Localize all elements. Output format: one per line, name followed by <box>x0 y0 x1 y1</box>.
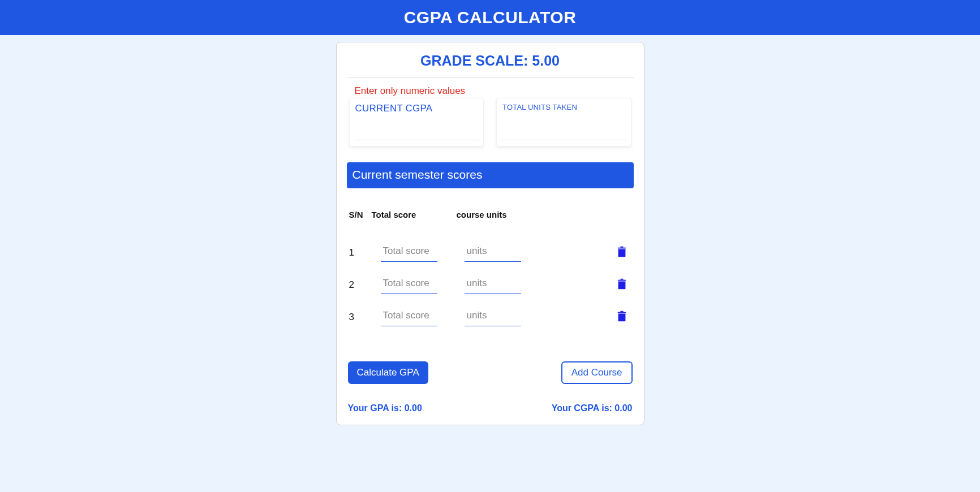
column-sn: S/N <box>349 210 372 219</box>
column-units: course units <box>457 210 541 219</box>
svg-rect-4 <box>617 279 626 280</box>
add-course-button[interactable]: Add Course <box>561 361 633 384</box>
row-score-cell <box>372 275 451 294</box>
app-title: CGPA CALCULATOR <box>0 8 980 27</box>
trash-icon <box>616 245 628 258</box>
current-cgpa-field[interactable]: CURRENT CGPA <box>349 98 484 146</box>
svg-rect-7 <box>617 312 626 313</box>
divider <box>347 77 634 77</box>
row-units-cell <box>455 275 535 294</box>
table-row: 3 <box>347 301 634 333</box>
action-bar: Calculate GPA Add Course <box>347 361 634 384</box>
row-score-cell <box>372 243 451 262</box>
table-row: 2 <box>347 269 634 301</box>
row-score-input[interactable] <box>381 308 437 326</box>
validation-warning: Enter only numeric values <box>347 85 634 97</box>
current-cgpa-input[interactable] <box>355 120 478 130</box>
svg-rect-0 <box>618 249 625 257</box>
trash-icon <box>616 310 628 322</box>
calculate-button[interactable]: Calculate GPA <box>348 361 428 384</box>
svg-rect-1 <box>617 247 626 248</box>
total-units-input[interactable] <box>502 117 625 127</box>
column-score: Total score <box>372 210 457 219</box>
table-row: 1 <box>347 236 634 269</box>
cgpa-result: Your CGPA is: 0.00 <box>552 403 633 413</box>
delete-row-button[interactable] <box>616 310 628 325</box>
row-score-input[interactable] <box>381 243 437 262</box>
results-row: Your GPA is: 0.00 Your CGPA is: 0.00 <box>347 403 634 413</box>
grade-scale-value: 5.00 <box>532 53 560 68</box>
input-underline <box>354 140 479 140</box>
main-panel: GRADE SCALE: 5.00 Enter only numeric val… <box>336 42 644 425</box>
total-units-field[interactable]: TOTAL UNITS TAKEN <box>496 98 631 146</box>
svg-rect-3 <box>618 281 625 289</box>
row-units-input[interactable] <box>465 275 521 294</box>
grade-scale-label: GRADE SCALE: <box>420 53 532 68</box>
svg-rect-6 <box>618 313 625 321</box>
summary-inputs: CURRENT CGPA TOTAL UNITS TAKEN <box>347 98 634 146</box>
course-rows: 123 <box>347 236 634 333</box>
row-sn: 1 <box>349 247 372 258</box>
input-underline <box>501 140 626 140</box>
row-score-input[interactable] <box>381 275 437 294</box>
row-units-cell <box>455 243 535 262</box>
row-score-cell <box>372 308 451 326</box>
row-sn: 2 <box>349 279 372 291</box>
table-header-row: S/N Total score course units <box>347 188 634 225</box>
delete-row-button[interactable] <box>616 245 628 260</box>
current-cgpa-label: CURRENT CGPA <box>355 103 478 114</box>
section-header: Current semester scores <box>347 162 634 188</box>
gpa-result: Your GPA is: 0.00 <box>348 403 422 413</box>
trash-icon <box>616 278 628 290</box>
row-units-input[interactable] <box>465 308 521 326</box>
row-sn: 3 <box>349 312 372 323</box>
row-units-input[interactable] <box>465 243 521 262</box>
svg-rect-2 <box>620 246 624 247</box>
delete-row-button[interactable] <box>616 278 628 292</box>
svg-rect-8 <box>620 310 624 312</box>
total-units-label: TOTAL UNITS TAKEN <box>502 103 625 111</box>
row-units-cell <box>455 308 535 326</box>
grade-scale-heading: GRADE SCALE: 5.00 <box>347 53 634 77</box>
svg-rect-5 <box>620 278 624 279</box>
app-header: CGPA CALCULATOR <box>0 0 980 35</box>
